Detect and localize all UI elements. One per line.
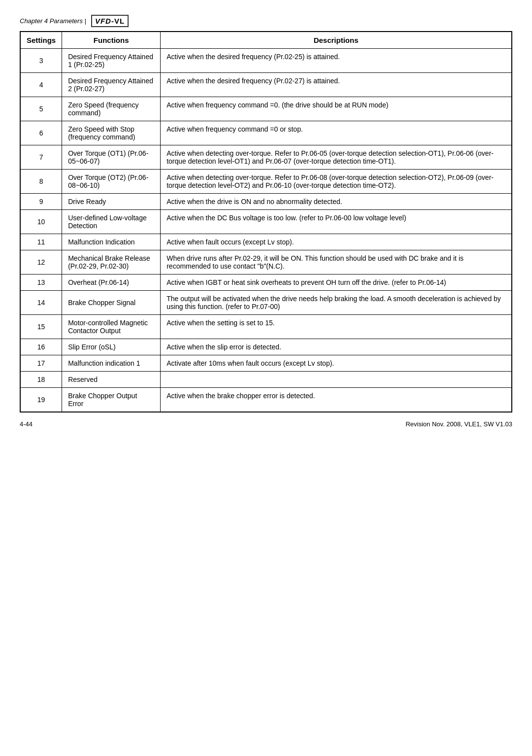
- cell-setting: 11: [20, 234, 62, 250]
- table-row: 4Desired Frequency Attained 2 (Pr.02-27)…: [20, 73, 512, 97]
- cell-function: Over Torque (OT2) (Pr.06-08~06-10): [62, 170, 161, 194]
- table-row: 15Motor-controlled Magnetic Contactor Ou…: [20, 315, 512, 339]
- cell-setting: 3: [20, 49, 62, 73]
- table-row: 19Brake Chopper Output ErrorActive when …: [20, 388, 512, 412]
- cell-setting: 6: [20, 121, 62, 145]
- cell-setting: 13: [20, 275, 62, 291]
- table-row: 17Malfunction indication 1Activate after…: [20, 355, 512, 372]
- cell-description: Active when the brake chopper error is d…: [161, 388, 512, 412]
- logo-vfd-text: VFD: [95, 17, 111, 25]
- cell-setting: 15: [20, 315, 62, 339]
- cell-setting: 19: [20, 388, 62, 412]
- table-row: 9Drive ReadyActive when the drive is ON …: [20, 194, 512, 210]
- cell-description: [161, 372, 512, 388]
- cell-description: Active when the setting is set to 15.: [161, 315, 512, 339]
- cell-description: Active when frequency command =0 or stop…: [161, 121, 512, 145]
- cell-setting: 16: [20, 339, 62, 355]
- table-row: 12Mechanical Brake Release (Pr.02-29, Pr…: [20, 250, 512, 275]
- table-row: 6Zero Speed with Stop (frequency command…: [20, 121, 512, 145]
- table-row: 14Brake Chopper SignalThe output will be…: [20, 291, 512, 315]
- page-header: Chapter 4 Parameters | VFD-VL: [20, 15, 512, 27]
- parameters-table: Settings Functions Descriptions 3Desired…: [20, 31, 512, 412]
- cell-function: Brake Chopper Signal: [62, 291, 161, 315]
- cell-function: Desired Frequency Attained 2 (Pr.02-27): [62, 73, 161, 97]
- cell-description: Active when fault occurs (except Lv stop…: [161, 234, 512, 250]
- table-row: 7Over Torque (OT1) (Pr.06-05~06-07)Activ…: [20, 145, 512, 170]
- table-row: 8Over Torque (OT2) (Pr.06-08~06-10)Activ…: [20, 170, 512, 194]
- table-row: 13Overheat (Pr.06-14)Active when IGBT or…: [20, 275, 512, 291]
- cell-function: Malfunction Indication: [62, 234, 161, 250]
- col-header-settings: Settings: [20, 32, 62, 49]
- cell-setting: 17: [20, 355, 62, 372]
- cell-description: The output will be activated when the dr…: [161, 291, 512, 315]
- cell-description: Active when the slip error is detected.: [161, 339, 512, 355]
- logo-vl-text: VL: [114, 17, 125, 25]
- cell-description: Active when frequency command =0. (the d…: [161, 97, 512, 121]
- table-row: 16Slip Error (oSL)Active when the slip e…: [20, 339, 512, 355]
- page-footer: 4-44 Revision Nov. 2008, VLE1, SW V1.03: [20, 420, 512, 428]
- cell-setting: 9: [20, 194, 62, 210]
- table-row: 18Reserved: [20, 372, 512, 388]
- cell-setting: 18: [20, 372, 62, 388]
- cell-function: Desired Frequency Attained 1 (Pr.02-25): [62, 49, 161, 73]
- cell-function: Brake Chopper Output Error: [62, 388, 161, 412]
- cell-setting: 7: [20, 145, 62, 170]
- cell-setting: 10: [20, 210, 62, 234]
- cell-description: Active when detecting over-torque. Refer…: [161, 170, 512, 194]
- cell-setting: 12: [20, 250, 62, 275]
- cell-function: Zero Speed (frequency command): [62, 97, 161, 121]
- cell-function: Zero Speed with Stop (frequency command): [62, 121, 161, 145]
- cell-setting: 8: [20, 170, 62, 194]
- cell-description: Active when the desired frequency (Pr.02…: [161, 49, 512, 73]
- table-header-row: Settings Functions Descriptions: [20, 32, 512, 49]
- cell-function: Drive Ready: [62, 194, 161, 210]
- cell-function: Over Torque (OT1) (Pr.06-05~06-07): [62, 145, 161, 170]
- cell-function: Reserved: [62, 372, 161, 388]
- cell-function: User-defined Low-voltage Detection: [62, 210, 161, 234]
- cell-function: Mechanical Brake Release (Pr.02-29, Pr.0…: [62, 250, 161, 275]
- chapter-label: Chapter 4 Parameters |: [20, 17, 86, 25]
- brand-logo: VFD-VL: [91, 15, 129, 27]
- cell-setting: 14: [20, 291, 62, 315]
- table-row: 5Zero Speed (frequency command)Active wh…: [20, 97, 512, 121]
- col-header-descriptions: Descriptions: [161, 32, 512, 49]
- table-row: 11Malfunction IndicationActive when faul…: [20, 234, 512, 250]
- col-header-functions: Functions: [62, 32, 161, 49]
- cell-function: Slip Error (oSL): [62, 339, 161, 355]
- cell-description: When drive runs after Pr.02-29, it will …: [161, 250, 512, 275]
- cell-description: Active when the desired frequency (Pr.02…: [161, 73, 512, 97]
- cell-setting: 5: [20, 97, 62, 121]
- revision-info: Revision Nov. 2008, VLE1, SW V1.03: [405, 420, 512, 428]
- cell-description: Activate after 10ms when fault occurs (e…: [161, 355, 512, 372]
- page-number: 4-44: [20, 420, 33, 428]
- cell-description: Active when the DC Bus voltage is too lo…: [161, 210, 512, 234]
- cell-function: Malfunction indication 1: [62, 355, 161, 372]
- cell-setting: 4: [20, 73, 62, 97]
- cell-description: Active when the drive is ON and no abnor…: [161, 194, 512, 210]
- cell-description: Active when detecting over-torque. Refer…: [161, 145, 512, 170]
- cell-function: Overheat (Pr.06-14): [62, 275, 161, 291]
- table-row: 10User-defined Low-voltage DetectionActi…: [20, 210, 512, 234]
- cell-function: Motor-controlled Magnetic Contactor Outp…: [62, 315, 161, 339]
- cell-description: Active when IGBT or heat sink overheats …: [161, 275, 512, 291]
- table-row: 3Desired Frequency Attained 1 (Pr.02-25)…: [20, 49, 512, 73]
